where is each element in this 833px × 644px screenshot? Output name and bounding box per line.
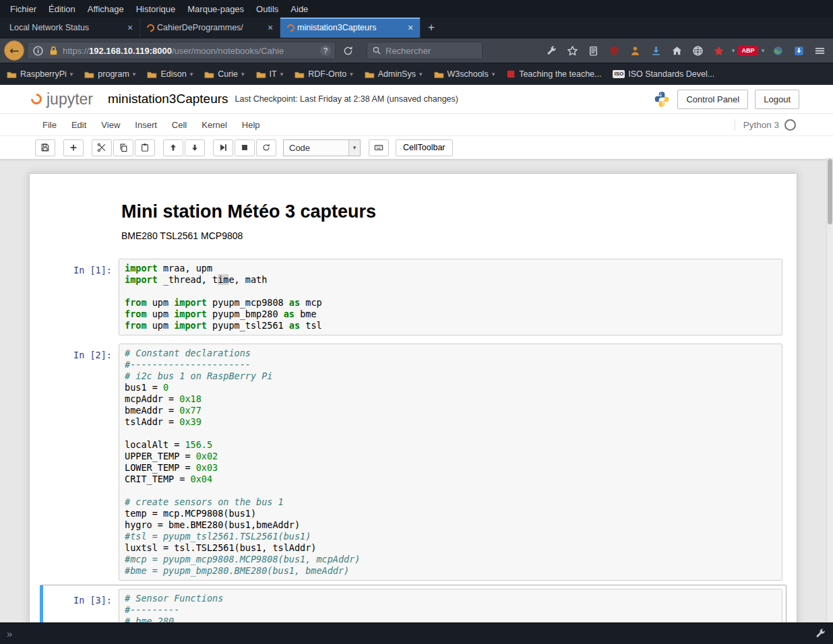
code-cell[interactable]: In [2]:# Constant declarations#---------… [40,340,786,585]
bookmark-it[interactable]: IT ▾ [256,69,284,79]
nb-menu-insert[interactable]: Insert [127,117,164,133]
scrollbar-thumb[interactable] [828,159,832,224]
cell-prompt: In [2]: [43,344,119,581]
control-panel-button[interactable]: Control Panel [677,90,748,109]
tab-close-icon[interactable]: × [405,22,416,33]
menu-historique[interactable]: Historique [130,2,182,16]
code-cell[interactable]: In [3]:# Sensor Functions#---------# bme… [40,585,786,622]
nb-menu-cell[interactable]: Cell [164,117,194,133]
folder-icon [147,70,157,78]
tab-close-icon[interactable]: × [125,22,135,33]
red-star-icon[interactable] [709,41,728,60]
copy-icon [119,143,128,152]
devtoolbar-wrench-icon[interactable] [815,628,826,639]
markdown-body: Mini station Météo 3 capteursBME280 TSL2… [119,188,782,251]
new-tab-button[interactable]: + [421,18,442,38]
nb-menu-help[interactable]: Help [235,117,268,133]
help-badge-icon[interactable]: ? [320,45,331,56]
vertical-scrollbar[interactable] [826,158,833,622]
devtoolbar-prompt[interactable]: » [7,628,12,639]
nb-menu-edit[interactable]: Edit [64,117,94,133]
menu-edition[interactable]: Édition [42,2,82,16]
notebook-toolbar: Code ▾ CellToolbar [0,136,833,160]
toolbar-icons: ▾ ABP ▾ [542,41,829,60]
search-icon [372,46,381,55]
restart-kernel-button[interactable] [256,139,276,156]
bookmark-star-icon[interactable] [563,41,582,60]
jupyter-logo[interactable]: jupyter [31,90,93,108]
navigation-toolbar: ← https://192.168.10.119:8000/user/moon/… [0,38,833,63]
cell-input-area[interactable]: # Sensor Functions#---------# bme 280 [119,589,782,622]
code-cell[interactable]: In [1]:import mraa, upmimport _thread, t… [40,255,786,340]
menu-marque-pages[interactable]: Marque-pages [181,2,250,16]
bookmark-edison[interactable]: Edison ▾ [147,69,193,79]
bookmark-program[interactable]: program ▾ [84,69,135,79]
notebook-title[interactable]: ministation3Capteurs [108,92,228,106]
jupyter-favicon [146,22,156,32]
bookmark-iso-standards[interactable]: ISO ISO Standards Devel... [613,69,714,79]
downloads-icon[interactable] [646,41,665,60]
url-bar[interactable]: https://192.168.10.119:8000/user/moon/no… [27,42,336,59]
menu-affichage[interactable]: Affichage [82,2,130,16]
download-helper-icon[interactable] [789,41,808,60]
hamburger-menu-icon[interactable] [810,41,829,60]
command-palette-button[interactable] [369,139,389,156]
clipboard-icon[interactable] [584,41,603,60]
tab-close-icon[interactable]: × [265,22,276,33]
kernel-idle-icon [784,119,796,131]
nb-menu-view[interactable]: View [94,117,127,133]
bookmark-w3schools[interactable]: W3schools ▾ [434,69,495,79]
adblock-plus-icon[interactable]: ABP [739,41,758,60]
notebook-menubar: File Edit View Insert Cell Kernel Help P… [0,114,833,136]
cell-prompt: In [3]: [43,589,119,622]
save-button[interactable] [35,139,55,156]
folder-icon [204,70,214,78]
tab-cahierdeprogrammes[interactable]: CahierDeProgrammes/ × [140,18,280,38]
cell-input-area[interactable]: import mraa, upmimport _thread, time, ma… [119,259,782,335]
bookmark-teaching[interactable]: Teaching the teache... [506,69,601,79]
wrench-icon[interactable] [542,41,561,60]
kernel-indicator: Python 3 [735,119,796,131]
move-cell-down-button[interactable] [185,139,205,156]
kernel-name: Python 3 [743,120,779,130]
menu-aide[interactable]: Aide [284,2,314,16]
celltoolbar-button[interactable]: CellToolbar [396,139,453,156]
cell-type-select[interactable]: Code ▾ [283,139,361,156]
account-person-icon[interactable] [625,41,644,60]
logout-button[interactable]: Logout [755,90,799,109]
cut-cell-button[interactable] [92,139,112,156]
info-icon[interactable] [32,41,44,60]
move-cell-up-button[interactable] [163,139,183,156]
world-extension-icon[interactable] [768,41,787,60]
markdown-cell[interactable]: Mini station Météo 3 capteursBME280 TSL2… [40,184,786,255]
bookmark-raspberrypi[interactable]: RaspberryPi ▾ [7,69,73,79]
nb-menu-file[interactable]: File [35,117,64,133]
tab-ministation3capteurs[interactable]: ministation3Capteurs × [280,18,421,38]
tab-local-network-status[interactable]: Local Network Status × [0,18,140,38]
chevron-down-icon[interactable]: ▾ [730,47,737,54]
menu-fichier[interactable]: Fichier [4,2,42,16]
home-icon[interactable] [667,41,686,60]
shield-icon[interactable] [605,41,623,60]
cell-input-area[interactable]: # Constant declarations#----------------… [119,344,782,581]
notebook-site[interactable]: Mini station Météo 3 capteursBME280 TSL2… [0,160,833,622]
checkpoint-status: Last Checkpoint: Last Friday at 2:38 AM … [235,94,458,104]
bookmarks-bar: RaspberryPi ▾ program ▾ Edison ▾ Curie ▾… [0,63,833,85]
arrow-down-icon [190,143,199,152]
run-cell-button[interactable] [213,139,233,156]
nb-menu-kernel[interactable]: Kernel [194,117,235,133]
add-cell-button[interactable] [63,139,84,156]
reload-icon[interactable] [338,41,357,60]
menu-outils[interactable]: Outils [250,2,284,16]
bookmark-adminsys[interactable]: AdminSys ▾ [365,69,423,79]
bookmark-rdf-onto[interactable]: RDF-Onto ▾ [295,69,352,79]
search-input[interactable]: Rechercher [367,42,483,59]
lock-icon[interactable] [47,41,59,60]
stop-kernel-button[interactable] [235,139,255,156]
globe-icon[interactable] [688,41,707,60]
copy-cell-button[interactable] [113,139,133,156]
back-button[interactable]: ← [4,40,24,61]
bookmark-curie[interactable]: Curie ▾ [204,69,244,79]
paste-cell-button[interactable] [135,139,155,156]
chevron-down-icon[interactable]: ▾ [760,47,766,54]
